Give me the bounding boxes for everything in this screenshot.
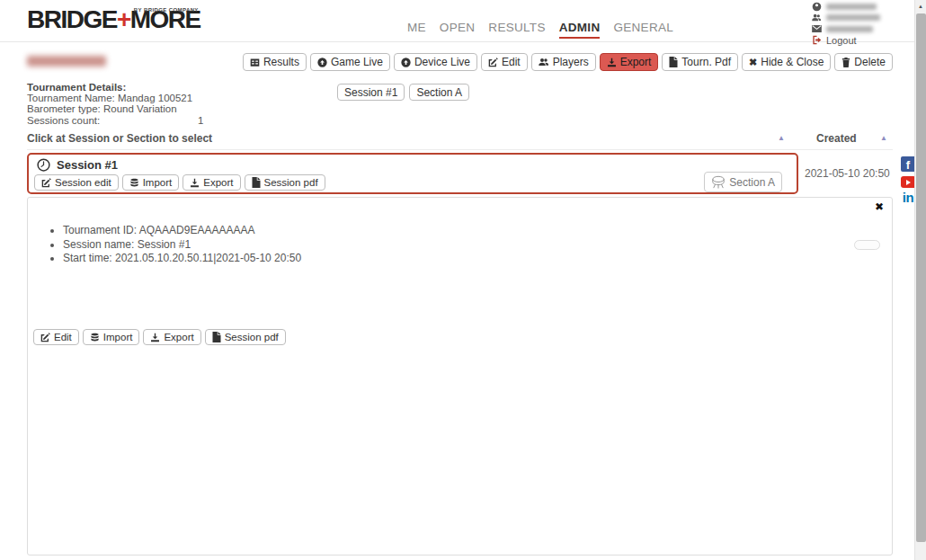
session-edit-label: Session edit (55, 174, 111, 191)
nav-item-results[interactable]: RESULTS (488, 21, 545, 39)
scrollbar-up-arrow[interactable]: ▲ (915, 0, 926, 13)
session-import-label: Import (143, 174, 173, 191)
players-label: Players (553, 54, 589, 70)
list-header-label: Click at Session or Section to select (27, 132, 212, 145)
brand-word1: BRIDGE (27, 5, 117, 33)
tournament-toolbar: Results Game Live Device Live Edit Playe… (243, 53, 893, 71)
panel-import-button[interactable]: Import (83, 329, 140, 345)
edit-label: Edit (502, 54, 521, 70)
sort-arrow-created[interactable]: ▲ (880, 134, 887, 142)
session-export-button[interactable]: Export (183, 174, 240, 191)
created-column-header[interactable]: Created (816, 132, 857, 145)
user-org-row (812, 13, 880, 24)
export-button[interactable]: Export (600, 53, 659, 71)
panel-import-label: Import (103, 329, 133, 345)
panel-export-button[interactable]: Export (143, 329, 200, 345)
download-icon (150, 333, 160, 342)
sessions-count-value: 1 (198, 115, 203, 126)
session-name-item: Session name: Session #1 (63, 238, 301, 253)
sessions-count-line: Sessions count: 1 (27, 115, 324, 126)
facebook-icon[interactable]: f (901, 156, 916, 172)
download-icon (607, 58, 617, 67)
page-scrollbar[interactable]: ▲ (914, 0, 926, 560)
redacted-user-mail (826, 26, 873, 32)
game-live-button[interactable]: Game Live (310, 53, 390, 71)
logout-icon (812, 35, 822, 45)
session-pdf-button[interactable]: Session pdf (245, 174, 325, 191)
panel-close-icon[interactable]: ✖ (875, 200, 884, 213)
logout-row[interactable]: Logout (812, 35, 880, 47)
delete-button[interactable]: Delete (834, 53, 893, 71)
logout-label[interactable]: Logout (826, 35, 857, 46)
session-pdf-label: Session pdf (264, 174, 318, 191)
file-pdf-icon (212, 332, 221, 342)
import-stack-icon (129, 178, 139, 188)
panel-export-label: Export (164, 329, 193, 345)
main-nav: ME OPEN RESULTS ADMIN GENERAL (407, 21, 673, 39)
nav-item-open[interactable]: OPEN (440, 21, 475, 39)
user-mail-row (812, 23, 880, 35)
session-detail-panel: ✖ Tournament ID: AQAAAD9EAAAAAAAA Sessio… (27, 197, 893, 556)
bridge-table-icon (711, 175, 726, 189)
page: BY BRIDGE COMPANY BRIDGE+MORE ME OPEN RE… (0, 0, 926, 560)
table-icon (250, 58, 260, 67)
import-stack-icon (90, 333, 100, 342)
sort-arrow-session[interactable]: ▲ (778, 134, 785, 142)
linkedin-icon[interactable]: in (903, 191, 913, 205)
results-button[interactable]: Results (243, 53, 307, 71)
section-pill[interactable]: Section A (409, 84, 469, 101)
pencil-square-icon (40, 333, 50, 342)
pencil-square-icon (41, 178, 51, 188)
close-x-icon: ✖ (749, 58, 757, 67)
circle-up-icon (317, 58, 327, 67)
game-live-label: Game Live (331, 54, 383, 70)
device-live-label: Device Live (414, 54, 470, 70)
panel-edit-label: Edit (54, 329, 72, 345)
players-button[interactable]: Players (531, 53, 596, 71)
tournament-details: Tournament Details: Tournament Name: Man… (27, 82, 324, 126)
panel-session-pdf-button[interactable]: Session pdf (205, 329, 286, 345)
scrollbar-thumb[interactable] (916, 13, 926, 542)
session-created-date: 2021-05-10 20:50 (805, 167, 890, 180)
hide-close-button[interactable]: ✖ Hide & Close (742, 53, 831, 71)
brand-plus: + (117, 5, 130, 33)
edit-button[interactable]: Edit (481, 53, 528, 71)
group-icon (812, 13, 822, 22)
session-section-pills: Session #1 Section A (337, 84, 469, 101)
brand-logo[interactable]: BY BRIDGE COMPANY BRIDGE+MORE (27, 4, 200, 35)
youtube-icon[interactable] (901, 176, 916, 188)
list-divider (27, 149, 893, 150)
user-name-row (812, 1, 880, 13)
tournament-name-line: Tournament Name: Mandag 100521 (27, 93, 324, 103)
youtube-play-icon (906, 180, 911, 185)
nav-item-general[interactable]: GENERAL (613, 21, 673, 39)
nav-item-me[interactable]: ME (407, 21, 426, 39)
hide-close-label: Hide & Close (761, 54, 824, 70)
section-a-button[interactable]: Section A (704, 172, 782, 192)
session-import-button[interactable]: Import (122, 174, 180, 191)
panel-session-pdf-label: Session pdf (225, 329, 279, 345)
session-title: Session #1 (57, 158, 118, 172)
tourn-pdf-label: Tourn. Pdf (681, 54, 731, 70)
redacted-tournament-title (27, 56, 106, 67)
panel-toggle-pill[interactable] (854, 240, 880, 250)
export-label: Export (620, 54, 652, 70)
session-title-row: Session #1 (37, 158, 118, 172)
session-pill[interactable]: Session #1 (337, 84, 405, 101)
barometer-line: Barometer type: Round Variation (27, 103, 324, 114)
user-panel: Logout (812, 1, 880, 46)
panel-edit-button[interactable]: Edit (33, 329, 79, 345)
clock-icon (37, 158, 50, 172)
session-row[interactable]: Session #1 Session edit Import Export Se… (27, 153, 798, 194)
tournament-id-item: Tournament ID: AQAAAD9EAAAAAAAA (63, 224, 301, 238)
tourn-pdf-button[interactable]: Tourn. Pdf (662, 53, 738, 71)
brand-tagline: BY BRIDGE COMPANY (134, 7, 199, 13)
header: BY BRIDGE COMPANY BRIDGE+MORE ME OPEN RE… (0, 0, 914, 42)
pencil-square-icon (488, 58, 498, 67)
details-heading: Tournament Details: (27, 82, 324, 93)
nav-item-admin[interactable]: ADMIN (559, 21, 601, 39)
file-pdf-icon (252, 177, 261, 188)
device-live-button[interactable]: Device Live (394, 53, 477, 71)
session-edit-button[interactable]: Session edit (34, 174, 119, 191)
panel-buttons: Edit Import Export Session pdf (33, 329, 286, 345)
